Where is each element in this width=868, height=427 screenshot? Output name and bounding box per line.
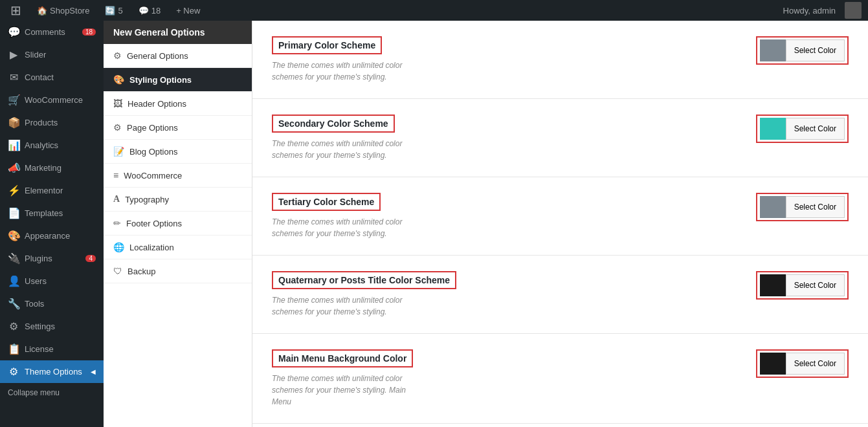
sidebar-item-users[interactable]: 👤 Users — [0, 270, 104, 292]
sidebar-item-plugins[interactable]: 🔌 Plugins 4 — [0, 247, 104, 270]
sidebar-item-settings[interactable]: ⚙ Settings — [0, 315, 104, 338]
color-scheme-row-secondary: Secondary Color Scheme The theme comes w… — [252, 99, 868, 177]
updates-item[interactable]: 🔄 5 — [101, 6, 126, 16]
select-color-button-tertiary[interactable]: Select Color — [786, 196, 845, 218]
color-scheme-desc-tertiary: The theme comes with unlimited color sch… — [272, 216, 414, 239]
sidebar-item-elementor[interactable]: ⚡ Elementor — [0, 179, 104, 202]
woo-icon: ≡ — [113, 170, 118, 181]
sub-sidebar-localization[interactable]: 🌐 Localization — [104, 235, 252, 259]
color-swatch-tertiary — [760, 196, 786, 218]
color-scheme-row-main-menu: Main Menu Background Color The theme com… — [252, 334, 868, 424]
marketing-icon: 📣 — [8, 162, 19, 174]
avatar — [845, 2, 862, 19]
sub-sidebar-header-options[interactable]: 🖼 Header Options — [104, 92, 252, 116]
color-scheme-control-primary: Select Color — [756, 36, 849, 65]
sidebar-item-marketing[interactable]: 📣 Marketing — [0, 157, 104, 179]
color-scheme-control-tertiary: Select Color — [756, 193, 849, 221]
color-scheme-desc-primary: The theme comes with unlimited color sch… — [272, 60, 414, 83]
typography-icon: A — [113, 194, 120, 204]
sidebar-item-woocommerce[interactable]: 🛒 WooCommerce — [0, 89, 104, 111]
color-scheme-control-main-menu: Select Color — [756, 349, 849, 378]
sidebar-item-appearance[interactable]: 🎨 Appearance — [0, 224, 104, 247]
sub-sidebar-page-options[interactable]: ⚙ Page Options — [104, 116, 252, 140]
elementor-icon: ⚡ — [8, 184, 19, 197]
general-options-icon: ⚙ — [113, 50, 122, 61]
site-name[interactable]: 🏠 ShopStore — [33, 6, 93, 16]
color-swatch-main-menu — [760, 353, 786, 375]
sub-sidebar-styling-options[interactable]: 🎨 Styling Options — [104, 68, 252, 92]
page-options-icon: ⚙ — [113, 122, 122, 133]
sidebar-item-contact[interactable]: ✉ Contact — [0, 66, 104, 89]
color-scheme-desc-main-menu: The theme comes with unlimited color sch… — [272, 373, 414, 408]
color-swatch-secondary — [760, 118, 786, 140]
wp-logo-icon[interactable]: ⊞ — [6, 3, 25, 18]
products-icon: 📦 — [8, 116, 19, 129]
sidebar-item-license[interactable]: 📋 License — [0, 338, 104, 360]
color-scheme-desc-secondary: The theme comes with unlimited color sch… — [272, 138, 414, 161]
sidebar-item-comments[interactable]: 💬 Comments 18 — [0, 21, 104, 43]
color-row-info-primary: Primary Color Scheme The theme comes wit… — [272, 36, 730, 83]
comments-icon: 💬 — [8, 26, 19, 38]
sidebar-item-theme-options[interactable]: ⚙ Theme Options ◀ — [0, 360, 104, 383]
sidebar-item-products[interactable]: 📦 Products — [0, 111, 104, 134]
select-color-button-main-menu[interactable]: Select Color — [786, 353, 845, 375]
blog-options-icon: 📝 — [113, 146, 124, 157]
tools-icon: 🔧 — [8, 298, 19, 310]
styling-options-icon: 🎨 — [113, 74, 124, 85]
color-scheme-title-primary: Primary Color Scheme — [272, 36, 382, 54]
settings-icon: ⚙ — [8, 320, 19, 333]
color-scheme-control-secondary: Select Color — [756, 115, 849, 143]
main-content: Primary Color Scheme The theme comes wit… — [252, 21, 868, 427]
color-scheme-row-quaternary: Quaternary or Posts Title Color Scheme T… — [252, 256, 868, 334]
sidebar-item-tools[interactable]: 🔧 Tools — [0, 292, 104, 315]
sidebar-item-analytics[interactable]: 📊 Analytics — [0, 134, 104, 157]
appearance-icon: 🎨 — [8, 230, 19, 242]
theme-options-arrow: ◀ — [91, 368, 96, 375]
admin-bar: ⊞ 🏠 ShopStore 🔄 5 💬 18 + New Howdy, admi… — [0, 0, 868, 21]
color-scheme-title-quaternary: Quaternary or Posts Title Color Scheme — [272, 271, 456, 289]
color-scheme-row-tertiary: Tertiary Color Scheme The theme comes wi… — [252, 177, 868, 256]
collapse-menu[interactable]: Collapse menu — [0, 383, 104, 402]
backup-icon: 🛡 — [113, 266, 122, 276]
license-icon: 📋 — [8, 343, 19, 355]
sub-sidebar-footer-options[interactable]: ✏ Footer Options — [104, 212, 252, 235]
sub-sidebar-general-options[interactable]: ⚙ General Options — [104, 44, 252, 68]
sidebar: 💬 Comments 18 ▶ Slider ✉ Contact 🛒 WooCo… — [0, 21, 104, 427]
color-swatch-primary — [760, 39, 786, 61]
footer-options-icon: ✏ — [113, 218, 121, 228]
header-options-icon: 🖼 — [113, 98, 122, 109]
sidebar-item-slider[interactable]: ▶ Slider — [0, 43, 104, 66]
localization-icon: 🌐 — [113, 242, 124, 252]
color-scheme-row-primary: Primary Color Scheme The theme comes wit… — [252, 21, 868, 99]
sub-sidebar-title: New General Options — [104, 21, 252, 44]
sub-sidebar-blog-options[interactable]: 📝 Blog Options — [104, 140, 252, 164]
theme-options-icon: ⚙ — [8, 366, 19, 378]
new-item[interactable]: + New — [172, 6, 204, 16]
color-scheme-title-secondary: Secondary Color Scheme — [272, 115, 395, 133]
howdy-label: Howdy, admin — [779, 6, 840, 16]
contact-icon: ✉ — [8, 71, 19, 83]
sidebar-item-templates[interactable]: 📄 Templates — [0, 202, 104, 224]
woocommerce-icon: 🛒 — [8, 94, 19, 106]
slider-icon: ▶ — [8, 49, 19, 61]
sub-sidebar: New General Options ⚙ General Options 🎨 … — [104, 21, 252, 427]
color-scheme-title-main-menu: Main Menu Background Color — [272, 349, 413, 367]
color-scheme-desc-quaternary: The theme comes with unlimited color sch… — [272, 294, 414, 318]
analytics-icon: 📊 — [8, 139, 19, 151]
color-scheme-control-quaternary: Select Color — [756, 271, 849, 300]
select-color-button-quaternary[interactable]: Select Color — [786, 274, 845, 296]
color-row-info-tertiary: Tertiary Color Scheme The theme comes wi… — [272, 193, 730, 239]
comments-item[interactable]: 💬 18 — [135, 6, 164, 16]
color-scheme-title-tertiary: Tertiary Color Scheme — [272, 193, 381, 211]
sub-sidebar-backup[interactable]: 🛡 Backup — [104, 259, 252, 283]
sub-sidebar-woocommerce[interactable]: ≡ WooCommerce — [104, 164, 252, 188]
color-row-info-quaternary: Quaternary or Posts Title Color Scheme T… — [272, 271, 730, 318]
users-icon: 👤 — [8, 275, 19, 287]
color-row-info-main-menu: Main Menu Background Color The theme com… — [272, 349, 730, 408]
color-row-info-secondary: Secondary Color Scheme The theme comes w… — [272, 115, 730, 161]
color-swatch-quaternary — [760, 274, 786, 296]
select-color-button-secondary[interactable]: Select Color — [786, 118, 845, 140]
sub-sidebar-typography[interactable]: A Typography — [104, 188, 252, 212]
plugins-icon: 🔌 — [8, 252, 19, 265]
select-color-button-primary[interactable]: Select Color — [786, 39, 845, 61]
